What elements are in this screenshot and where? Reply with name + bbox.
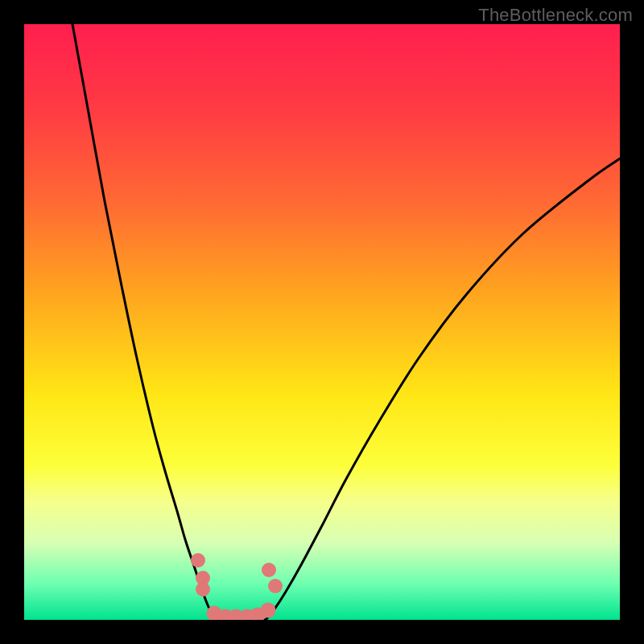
marker-right-stem-markers bbox=[262, 563, 276, 577]
chart-svg bbox=[24, 24, 620, 620]
chart-frame: TheBottleneck.com bbox=[0, 0, 644, 644]
marker-floor-markers bbox=[261, 603, 276, 618]
watermark-text: TheBottleneck.com bbox=[478, 5, 633, 26]
chart-background-gradient bbox=[24, 24, 620, 620]
marker-left-stem-markers bbox=[196, 582, 210, 597]
marker-right-stem-markers bbox=[268, 579, 283, 593]
marker-left-stem-markers bbox=[191, 553, 205, 568]
chart-plot-area bbox=[24, 24, 620, 620]
